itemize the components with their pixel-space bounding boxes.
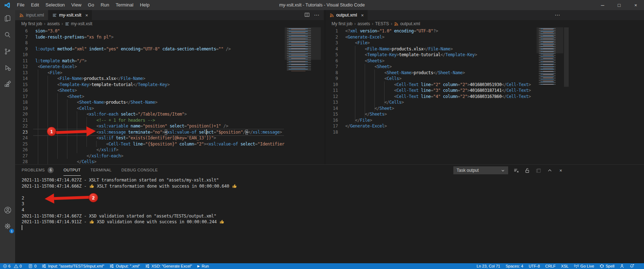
code-line-13[interactable]: 13 <File> [15,70,324,76]
code-line-10[interactable]: 10 <Cell-Text line="2" column="2">401680… [325,82,644,88]
breadcrumb-item-output-xml[interactable]: output.xml [394,21,420,26]
maximize-window-button[interactable]: □ [611,0,627,10]
tab-my-xslt-xslt[interactable]: my-xslt.xslt× [48,10,92,20]
menu-run[interactable]: Run [97,0,112,10]
panel-tab-debug-console[interactable]: DEBUG CONSOLE [121,165,158,176]
split-editor-icon[interactable] [305,12,310,18]
close-window-button[interactable]: × [627,0,644,10]
activity-settings[interactable]: 1 [0,218,15,234]
status-feedback[interactable] [620,264,624,268]
menu-view[interactable]: View [68,0,85,10]
code-line-11[interactable]: 11 <Cell-Text line="3" column="2">401680… [325,88,644,94]
minimap-right[interactable] [537,27,563,164]
output-channel-select[interactable]: Task output [453,166,508,174]
code-line-12[interactable]: 12 <Generate-Excel> [15,64,324,70]
status-language-mode[interactable]: XSL [561,264,569,268]
breadcrumb-item-my-xslt-xslt[interactable]: my-xslt.xslt [65,21,92,26]
menu-selection[interactable]: Selection [42,0,68,10]
close-panel-icon[interactable]: × [558,167,564,174]
more-actions-icon[interactable]: ⋯ [555,12,560,18]
code-line-19[interactable]: 19 <Cells> [15,106,324,112]
code-line-14[interactable]: 14 </Sheet> [325,106,644,112]
code-line-16[interactable]: 16 <Sheets> [15,88,324,94]
code-line-27[interactable]: 27 </xsl:for-each> [15,153,324,159]
panel-tab-terminal[interactable]: TERMINAL [90,165,112,176]
code-line-17[interactable]: 17 <Sheet> [15,94,324,100]
status-spell[interactable]: Spell [600,264,614,268]
status-xslt-input[interactable]: Input: "assets/TESTS/input.xml" [42,264,104,268]
code-line-15[interactable]: 15 </Sheets> [325,111,644,117]
code-line-4[interactable]: 4 <File-Name>products.xlsx</File-Name> [325,46,644,52]
activity-accounts[interactable] [0,202,15,218]
clear-output-icon[interactable] [513,167,519,174]
code-line-2[interactable]: 2<Generate-Excel> [325,34,644,40]
status-list-count[interactable]: 0 [28,264,36,268]
code-line-21[interactable]: 21 <!-- + 1 for headers --> [15,117,324,124]
code-line-5[interactable]: 5 <Template-Key>template-tutorial</Templ… [325,52,644,58]
code-line-18[interactable]: 18 [325,129,644,135]
code-line-18[interactable]: 18 <Sheet-Name>products</Sheet-Name> [15,99,324,106]
status-notifications[interactable] [630,264,634,268]
output-log[interactable]: 2021-11-15T08:47:14.027Z - XSLT transfor… [22,177,640,231]
more-actions-icon[interactable]: ⋯ [314,12,319,18]
unlock-icon[interactable] [524,167,530,174]
code-line-17[interactable]: 17</Generate-Excel> [325,123,644,129]
code-line-6[interactable]: 6sion="3.0" [15,28,324,34]
panel-tab-problems[interactable]: PROBLEMS6 [22,165,54,176]
breadcrumb-item-my-first-job[interactable]: My first job [332,21,352,26]
breadcrumb-item-tests[interactable]: TESTS [375,21,389,26]
code-editor-left[interactable]: 6sion="3.0"7lude-result-prefixes="xs fn … [15,27,324,164]
code-line-10[interactable]: 10 [15,52,324,58]
activity-extensions[interactable] [0,76,15,93]
breadcrumb-item-assets[interactable]: assets [357,21,370,26]
code-line-9[interactable]: 9l:output method="xml" indent="yes" enco… [15,46,324,52]
code-line-14[interactable]: 14 <File-Name>products.xlsx</File-Name> [15,76,324,82]
panel-tab-output[interactable]: OUTPUT [63,165,81,176]
status-eol[interactable]: CRLF [545,264,556,268]
code-line-13[interactable]: 13 </Cells> [325,99,644,106]
code-line-7[interactable]: 7 <Sheet> [325,64,644,70]
code-line-7[interactable]: 7lude-result-prefixes="xs fn pl"> [15,34,324,40]
code-line-1[interactable]: 1<?xml version="1.0" encoding="UTF-8"?> [325,28,644,34]
code-line-9[interactable]: 9 <Cells> [325,76,644,82]
pin-output-icon[interactable] [535,167,542,174]
code-line-8[interactable]: 8 [15,40,324,46]
code-line-12[interactable]: 12 <Cell-Text line="4" column="2">401680… [325,94,644,100]
code-line-15[interactable]: 15 <Template-Key>template-tutorial</Temp… [15,82,324,88]
menu-terminal[interactable]: Terminal [112,0,137,10]
status-problems[interactable]: 60 [3,264,23,268]
code-line-26[interactable]: 26 </xsl:if> [15,147,324,153]
maximize-panel-icon[interactable] [546,167,553,174]
activity-explorer[interactable] [0,10,15,27]
menu-file[interactable]: File [14,0,28,10]
code-line-20[interactable]: 20 <xsl:for-each select="/Table/Items/It… [15,111,324,117]
close-icon[interactable]: × [361,13,364,18]
minimize-window-button[interactable]: ─ [594,0,611,10]
minimap-left[interactable] [285,27,321,164]
breadcrumb-item-assets[interactable]: assets [47,21,60,26]
code-line-25[interactable]: 25 <Cell-Text line="{$position}" column=… [15,141,324,147]
code-line-6[interactable]: 6 <Sheets> [325,58,644,64]
status-go-live[interactable]: Go Live [574,264,594,268]
menu-edit[interactable]: Edit [28,0,42,10]
activity-source-control[interactable] [0,43,15,60]
scrollbar-right[interactable] [564,27,569,87]
breadcrumb-item-my-first-job[interactable]: My first job [21,21,42,26]
status-cursor-position[interactable]: Ln 23, Col 71 [477,264,500,268]
status-xslt-xsd[interactable]: XSD: "Generate Excel" [145,264,192,268]
code-line-11[interactable]: 11l:template match="/"> [15,58,324,64]
status-indentation[interactable]: Spaces: 4 [506,264,523,268]
tab-output-xml[interactable]: output.xml× [325,10,368,20]
activity-run-and-debug[interactable] [0,60,15,76]
code-line-16[interactable]: 16 </File> [325,117,644,124]
menu-go[interactable]: Go [85,0,97,10]
code-line-28[interactable]: 28 </Cells> [15,159,324,164]
code-editor-right[interactable]: 1<?xml version="1.0" encoding="UTF-8"?>2… [325,27,644,164]
code-line-8[interactable]: 8 <Sheet-Name>products</Sheet-Name> [325,70,644,76]
status-encoding[interactable]: UTF-8 [529,264,540,268]
code-line-3[interactable]: 3 <File> [325,40,644,46]
status-xslt-output[interactable]: Output: ".xml" [110,264,140,268]
status-run[interactable]: ▶Run [197,264,209,268]
menu-help[interactable]: Help [137,0,153,10]
tab-input-xml[interactable]: input.xml [15,10,48,20]
